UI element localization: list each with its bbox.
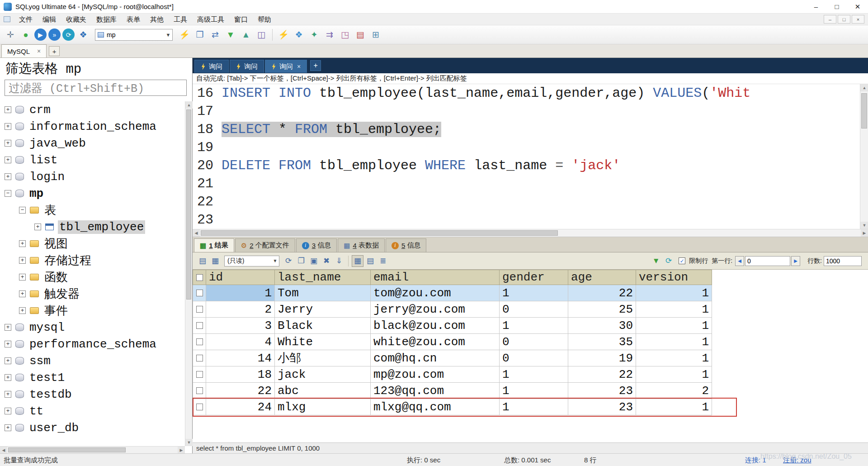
auto-refresh-icon[interactable]: ⟳ [663,255,675,267]
scroll-right-icon[interactable]: ▶ [861,229,868,237]
column-header-id[interactable]: id [206,270,275,285]
cell-id[interactable]: 14 [206,350,275,366]
tree-item-表[interactable]: −表 [0,202,185,219]
filter-input[interactable]: 过滤器 (Ctrl+Shift+B) [5,80,187,96]
schema-designer-icon[interactable]: ❖ [292,28,306,42]
copy-database-icon[interactable]: ❐ [193,28,207,42]
refresh-icon[interactable]: ⟳ [62,29,75,41]
cell-id[interactable]: 24 [206,399,275,415]
expand-icon[interactable]: + [5,408,11,414]
menu-item-编辑[interactable]: 编辑 [38,14,61,25]
tree-item-触发器[interactable]: +触发器 [0,285,185,302]
menu-item-工具[interactable]: 工具 [169,14,192,25]
backup-database-icon[interactable]: ▼ [224,28,237,42]
import-external-data-icon[interactable]: ◳ [338,28,352,42]
tree-item-test1[interactable]: +test1 [0,369,185,386]
cell-gender[interactable]: 0 [500,301,568,318]
limit-rows-checkbox[interactable]: ✓ [679,257,685,264]
editor-line[interactable]: 23 [193,211,868,229]
scroll-down-icon[interactable]: ▼ [860,222,868,229]
tree-item-crm[interactable]: +crm [0,101,185,118]
menu-item-数据库[interactable]: 数据库 [91,14,122,25]
table-row[interactable]: 24mlxgmlxg@qq.com1231 [193,399,868,415]
row-checkbox[interactable] [196,371,203,378]
tree-item-java_web[interactable]: +java_web [0,135,185,152]
sql-editor[interactable]: 16INSERT INTO tbl_employee(last_name,ema… [193,84,868,229]
row-checkbox[interactable] [196,290,203,296]
result-tab-2[interactable]: ⚙2 个配置文件 [235,238,295,252]
row-checkbox[interactable] [196,387,203,394]
cell-version[interactable]: 1 [636,334,712,350]
result-tab-1[interactable]: ▦1 结果 [194,238,234,252]
menu-item-帮助[interactable]: 帮助 [253,14,276,25]
expand-icon[interactable]: + [5,424,11,431]
result-tab-5[interactable]: i5 信息 [386,238,427,252]
select-all-checkbox[interactable] [196,274,203,281]
mdi-minimize-button[interactable]: – [824,15,836,24]
tree-item-事件[interactable]: +事件 [0,302,185,319]
readonly-select[interactable]: (只读) ▼ [224,256,279,266]
cell-gender[interactable]: 0 [500,350,568,366]
cell-age[interactable]: 22 [568,366,636,383]
restore-database-icon[interactable]: ▲ [239,28,253,42]
tree-item-tt[interactable]: +tt [0,403,185,419]
tree-item-mysql[interactable]: +mysql [0,319,185,336]
menu-item-表单[interactable]: 表单 [122,14,145,25]
cell-email[interactable]: 123@qq.com [371,383,500,399]
cell-id[interactable]: 2 [206,301,275,318]
cell-gender[interactable]: 1 [500,399,568,415]
expand-icon[interactable]: + [5,106,11,113]
editor-line[interactable]: 16INSERT INTO tbl_employee(last_name,ema… [193,84,868,102]
cell-age[interactable]: 23 [568,399,636,415]
tree-item-login[interactable]: +login [0,168,185,185]
expand-icon[interactable]: + [5,324,11,331]
grid-options-icon[interactable]: ▦ [209,255,221,267]
form-view-icon[interactable]: ▤ [364,255,376,267]
collapse-icon[interactable]: − [5,190,11,197]
execute-sql-file-icon[interactable]: ⚡ [277,28,290,42]
editor-vertical-scrollbar[interactable]: ▲ ▼ [860,84,868,229]
close-button[interactable]: ✕ [847,0,868,14]
add-query-tab-button[interactable]: + [310,60,321,71]
tree-item-ssm[interactable]: +ssm [0,352,185,369]
sqlyog-connections-icon[interactable]: ❖ [76,28,90,42]
cell-version[interactable]: 1 [636,350,712,366]
row-checkbox[interactable] [196,322,203,329]
cell-version[interactable]: 2 [636,383,712,399]
query-tab-1[interactable]: 询问 [194,60,229,73]
cell-age[interactable]: 35 [568,334,636,350]
execute-query-icon[interactable]: ▶ [34,29,47,41]
tree-item-mp[interactable]: −mp [0,185,185,202]
cell-version[interactable]: 1 [636,399,712,415]
expand-icon[interactable]: + [5,123,11,130]
disconnect-icon[interactable]: ● [19,28,33,42]
cell-id[interactable]: 3 [206,318,275,334]
editor-line[interactable]: 17 [193,102,868,120]
tree-item-list[interactable]: +list [0,152,185,168]
scheduled-backup-icon[interactable]: ◫ [255,28,268,42]
cell-id[interactable]: 22 [206,383,275,399]
cell-age[interactable]: 22 [568,285,636,301]
query-tab-2[interactable]: 询问 [230,60,264,73]
cell-version[interactable]: 1 [636,285,712,301]
text-view-icon[interactable]: ≣ [377,255,389,267]
editor-line[interactable]: 22 [193,193,868,211]
cell-email[interactable]: mp@zou.com [371,366,500,383]
editor-horizontal-scrollbar[interactable]: ◀ ▶ [193,229,868,237]
cell-last_name[interactable]: abc [275,383,371,399]
data-migration-icon[interactable]: ⇉ [323,28,336,42]
cell-gender[interactable]: 1 [500,285,568,301]
connect-database-icon[interactable]: ⚡ [178,28,191,42]
cell-email[interactable]: mlxg@qq.com [371,399,500,415]
cell-gender[interactable]: 1 [500,318,568,334]
scroll-right-icon[interactable]: ▶ [178,447,185,454]
cell-age[interactable]: 25 [568,301,636,318]
first-row-input[interactable] [745,256,790,266]
cell-id[interactable]: 1 [206,285,275,301]
column-header-last_name[interactable]: last_name [275,270,371,285]
cell-id[interactable]: 18 [206,366,275,383]
cell-gender[interactable]: 0 [500,334,568,350]
schema-sync-tool-icon[interactable]: ⊞ [369,28,382,42]
cell-version[interactable]: 1 [636,318,712,334]
collapse-icon[interactable]: − [19,207,26,214]
